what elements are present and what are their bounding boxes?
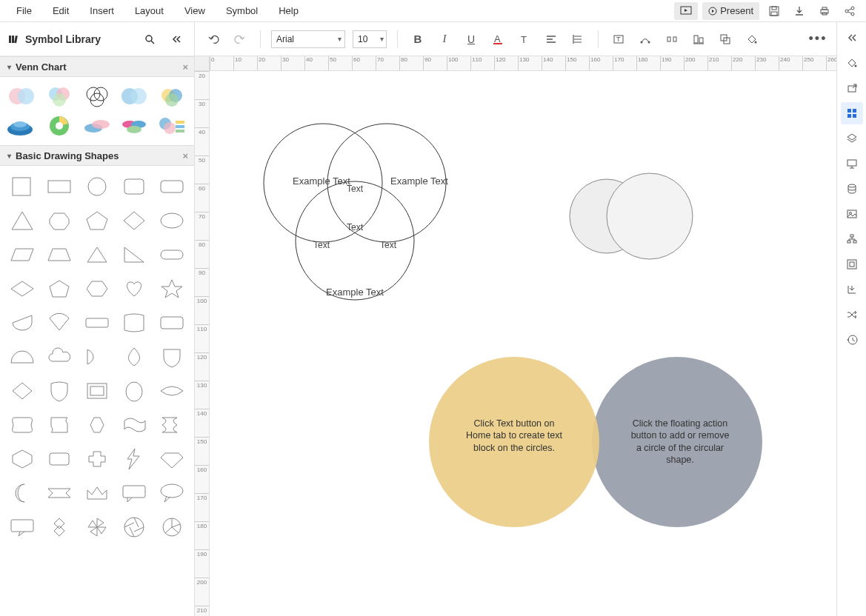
venn-shape-2blue[interactable] — [117, 83, 151, 110]
fill-tool[interactable] — [841, 52, 863, 74]
shape-stadium[interactable] — [156, 240, 188, 270]
shape-roundrect[interactable] — [118, 172, 150, 201]
shape-teardrop[interactable] — [118, 342, 150, 372]
menu-view[interactable]: View — [174, 1, 216, 21]
font-select[interactable]: Arial — [271, 30, 345, 48]
search-button[interactable] — [139, 30, 160, 48]
shape-rect3[interactable] — [81, 308, 113, 338]
shape-pinwheel[interactable] — [81, 512, 113, 542]
shape-cloud[interactable] — [43, 342, 76, 372]
shape-roundrect2[interactable] — [156, 172, 188, 201]
shape-lightning[interactable] — [118, 444, 150, 474]
download-button[interactable] — [789, 2, 810, 20]
collapse-left-button[interactable] — [166, 30, 187, 48]
shape-star[interactable] — [156, 274, 188, 304]
venn1-centertop-text[interactable]: Text — [344, 184, 366, 195]
venn-shape-2pastel[interactable] — [4, 83, 39, 110]
venn-shape-list[interactable] — [155, 113, 189, 139]
shape-hexagon3[interactable] — [6, 444, 39, 474]
shape-moon[interactable] — [6, 478, 39, 508]
section-venn-header[interactable]: ▾ Venn Chart × — [0, 56, 194, 77]
venn-shape-stacked-blue[interactable] — [4, 113, 39, 139]
layers-tool[interactable] — [841, 127, 863, 150]
menu-help[interactable]: Help — [268, 1, 309, 21]
shape-circle[interactable] — [81, 172, 113, 201]
shape-rect4[interactable] — [156, 308, 188, 338]
venn1-centerright-text[interactable]: Text — [377, 240, 399, 252]
venn-shape-3color[interactable] — [42, 83, 76, 110]
fill-button[interactable] — [742, 30, 762, 48]
shape-shield2[interactable] — [43, 376, 76, 406]
shape-ribbon[interactable] — [43, 478, 76, 508]
underline-button[interactable]: U — [462, 30, 481, 48]
bold-button[interactable]: B — [408, 30, 427, 48]
export-tool[interactable] — [841, 77, 863, 99]
shape-sector[interactable] — [43, 308, 76, 338]
more-button[interactable]: ••• — [808, 30, 827, 48]
shape-halfcircle2[interactable] — [81, 342, 113, 372]
shape-gem[interactable] — [156, 444, 188, 474]
import-tool[interactable] — [841, 278, 863, 301]
venn1-topright-text[interactable]: Example Text — [390, 175, 449, 188]
shape-callout-rect2[interactable] — [6, 512, 39, 542]
shape-pentagon[interactable] — [81, 206, 113, 235]
text-format-button[interactable]: T — [515, 30, 534, 48]
save-button[interactable] — [764, 2, 785, 20]
image-tool[interactable] — [841, 203, 863, 225]
align-button[interactable] — [542, 30, 561, 48]
shape-note[interactable] — [118, 308, 150, 338]
venn-diagram-2circle[interactable] — [566, 168, 699, 264]
shuffle-tool[interactable] — [841, 304, 863, 326]
group-button[interactable] — [716, 30, 735, 48]
shape-heart[interactable] — [118, 274, 150, 304]
shape-shield[interactable] — [156, 342, 188, 372]
shape-callout-round[interactable] — [156, 478, 188, 508]
presentation-tool[interactable] — [841, 153, 863, 175]
shape-callout-rect[interactable] — [118, 478, 150, 508]
venn-shape-3multi[interactable] — [155, 83, 189, 110]
venn-grey-text[interactable]: Click the floating action button to add … — [630, 418, 730, 466]
shape-triangle2[interactable] — [81, 240, 113, 270]
venn-yellow-text[interactable]: Click Text button on Home tab to create … — [466, 418, 562, 454]
section-venn-close[interactable]: × — [182, 61, 188, 73]
shape-roundrect3[interactable] — [43, 444, 76, 474]
text-box-button[interactable]: T — [609, 30, 628, 48]
shape-frame[interactable] — [81, 376, 113, 406]
shape-cross[interactable] — [81, 444, 113, 474]
undo-button[interactable] — [204, 30, 223, 48]
shape-wave2[interactable] — [156, 410, 188, 440]
shape-lens[interactable] — [156, 376, 188, 406]
shape-parallelogram[interactable] — [6, 240, 39, 270]
shape-drop[interactable] — [6, 308, 39, 338]
spacing-button[interactable] — [568, 30, 587, 48]
venn-shape-ellipses[interactable] — [80, 113, 114, 139]
shape-right-triangle[interactable] — [118, 240, 150, 270]
shape-bracket[interactable] — [6, 410, 39, 440]
align-objects-button[interactable] — [689, 30, 708, 48]
venn1-bottom-text[interactable]: Example Text — [318, 287, 392, 299]
shape-square[interactable] — [6, 172, 39, 201]
shape-pie[interactable] — [156, 512, 188, 542]
shape-aperture[interactable] — [118, 512, 150, 542]
venn1-center-text[interactable]: Text — [344, 222, 366, 234]
shape-triangle[interactable] — [6, 206, 39, 235]
menu-edit[interactable]: Edit — [42, 1, 79, 21]
font-size-select[interactable]: 10 — [353, 30, 387, 48]
slideshow-button[interactable] — [674, 2, 698, 20]
database-tool[interactable] — [841, 178, 863, 200]
shape-hexagon2[interactable] — [81, 410, 113, 440]
redo-button[interactable] — [230, 30, 250, 48]
menu-file[interactable]: File — [6, 1, 42, 21]
tree-tool[interactable] — [841, 228, 863, 250]
section-basic-header[interactable]: ▾ Basic Drawing Shapes × — [0, 145, 194, 166]
shape-trapezoid[interactable] — [43, 240, 76, 270]
venn1-centerleft-text[interactable]: Text — [310, 240, 333, 252]
venn-shape-green-pie[interactable] — [42, 113, 76, 139]
venn-shape-3outline[interactable] — [80, 83, 114, 110]
frame-tool[interactable] — [841, 253, 863, 275]
shape-rect[interactable] — [43, 172, 76, 201]
shape-plaque[interactable] — [43, 410, 76, 440]
share-button[interactable] — [839, 2, 860, 20]
collapse-right-button[interactable] — [841, 27, 863, 49]
shape-diamond2[interactable] — [6, 274, 39, 304]
